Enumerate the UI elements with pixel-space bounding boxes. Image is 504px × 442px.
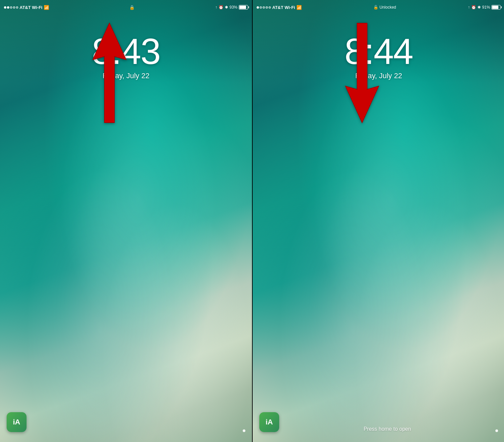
ia-app-icon-left[interactable]: iA [7, 412, 27, 432]
time-left: 8:43 [0, 33, 252, 70]
bottom-bar-right: iA Press home to open [253, 402, 504, 442]
signal-dot-2 [7, 6, 9, 9]
signal-right [257, 6, 271, 9]
signal-dot-5 [16, 6, 18, 9]
ia-app-icon-right[interactable]: iA [259, 412, 279, 432]
bottom-bar-left: iA [0, 402, 252, 442]
battery-fill-left [239, 6, 246, 9]
battery-right [491, 5, 501, 10]
nav-icon-right: ↑ [468, 5, 470, 10]
signal-dot-4 [13, 6, 15, 9]
lock-icon-left: 🔒 [129, 5, 135, 10]
date-right: Friday, July 22 [253, 72, 504, 80]
status-bar-left: AT&T Wi-Fi 📶 🔒 ↑ ⏰ ✱ 93% [0, 0, 252, 15]
left-screen: AT&T Wi-Fi 📶 🔒 ↑ ⏰ ✱ 93% 8:43 Friday, Ju… [0, 0, 252, 442]
wifi-icon-left: 📶 [44, 5, 49, 10]
status-center-left: 🔒 [129, 5, 135, 10]
status-center-right: 🔓 Unlocked [373, 5, 396, 10]
right-screen: AT&T Wi-Fi 📶 🔓 Unlocked ↑ ⏰ ✱ 91% 8:44 F… [253, 0, 504, 442]
carrier-left: AT&T Wi-Fi [20, 5, 42, 10]
clock-left: 8:43 Friday, July 22 [0, 33, 252, 80]
signal-dot-r1 [257, 6, 259, 9]
battery-percent-right: 91% [482, 5, 490, 10]
signal-dot-3 [10, 6, 12, 9]
signal-dot-r5 [269, 6, 271, 9]
signal-dot-r2 [260, 6, 262, 9]
nav-icon-left: ↑ [215, 5, 217, 10]
unlocked-text: Unlocked [379, 5, 396, 10]
clock-right: 8:44 Friday, July 22 [253, 33, 504, 80]
status-bar-right: AT&T Wi-Fi 📶 🔓 Unlocked ↑ ⏰ ✱ 91% [253, 0, 504, 15]
signal-left [4, 6, 18, 9]
signal-dot-r4 [266, 6, 268, 9]
unlocked-badge: 🔓 Unlocked [373, 5, 396, 10]
status-left-right: AT&T Wi-Fi 📶 [257, 5, 302, 10]
time-right: 8:44 [253, 33, 504, 70]
signal-dot-1 [4, 6, 6, 9]
status-right-right: ↑ ⏰ ✱ 91% [468, 5, 501, 10]
alarm-icon-right: ⏰ [471, 5, 476, 10]
page-dot-left [243, 429, 245, 432]
battery-percent-left: 93% [229, 5, 237, 10]
battery-left [239, 5, 248, 10]
status-right-left: ↑ ⏰ ✱ 93% [215, 5, 248, 10]
bt-icon-right: ✱ [477, 5, 481, 10]
date-left: Friday, July 22 [0, 72, 252, 80]
carrier-right: AT&T Wi-Fi [272, 5, 295, 10]
press-home-text: Press home to open [279, 426, 495, 432]
status-left-left: AT&T Wi-Fi 📶 [4, 5, 49, 10]
page-dot-right [495, 429, 498, 432]
wifi-icon-right: 📶 [296, 5, 302, 10]
lock-icon-right: 🔓 [373, 5, 378, 10]
battery-fill-right [492, 6, 498, 9]
bt-icon-left: ✱ [225, 5, 228, 10]
alarm-icon-left: ⏰ [219, 5, 223, 10]
signal-dot-r3 [263, 6, 265, 9]
